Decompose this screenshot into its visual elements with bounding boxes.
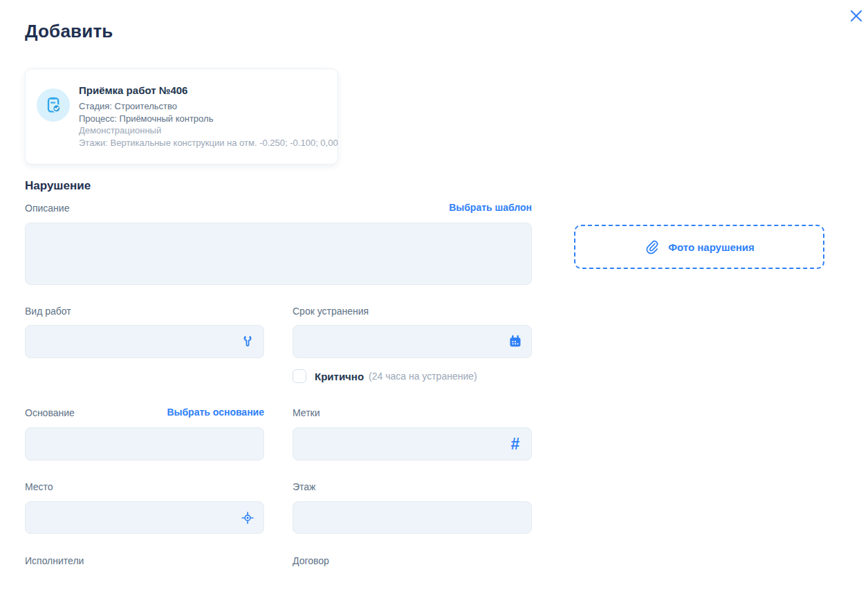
description-label: Описание [25,203,69,214]
work-card-process: Процесс: Приёмочный контроль [79,113,331,125]
floor-input[interactable] [293,501,532,534]
contract-label: Договор [293,555,329,566]
work-type-label: Вид работ [25,306,71,317]
crosshair-icon[interactable] [239,510,256,526]
deadline-label: Срок устранения [293,306,369,317]
choose-basis-link[interactable]: Выбрать основание [167,407,264,418]
wrench-icon[interactable] [239,333,256,350]
page-title: Добавить [25,21,113,42]
critical-checkbox[interactable] [293,369,306,383]
dialog-footer: Добавить ещё одно нарушение Отменить Сох… [0,575,868,614]
critical-label: Критично [315,371,364,382]
deadline-input[interactable] [293,325,532,358]
paperclip-icon [644,239,659,254]
add-violation-dialog: Добавить Приёмка работ №406 Стадия: Стро… [0,0,868,614]
work-card-body: Приёмка работ №406 Стадия: Строительство… [79,84,331,149]
choose-template-link[interactable]: Выбрать шаблон [449,202,532,213]
critical-row: Критично (24 часа на устранение) [293,369,477,384]
place-label: Место [25,481,53,492]
hash-icon[interactable]: # [507,436,524,452]
add-violation-photo-button[interactable]: Фото нарушения [574,225,824,269]
description-textarea[interactable] [25,223,532,285]
work-acceptance-card: Приёмка работ №406 Стадия: Строительство… [25,68,338,165]
basis-label: Основание [25,407,75,418]
work-card-stage: Стадия: Строительство [79,100,331,113]
work-card-floors: Этажи: Вертикальные конструкции на отм. … [79,137,331,149]
place-input[interactable] [25,501,264,534]
basis-input[interactable] [25,427,264,461]
critical-hint: (24 часа на устранение) [369,371,477,382]
tags-label: Метки [293,407,320,418]
work-card-project: Демонстрационный [79,124,331,137]
floor-label: Этаж [293,481,315,492]
work-type-input[interactable] [25,325,264,358]
photo-button-label: Фото нарушения [668,241,755,253]
violation-section-title: Нарушение [25,179,91,193]
close-icon[interactable] [845,5,867,27]
tags-input[interactable] [293,427,532,461]
work-card-title: Приёмка работ №406 [79,84,331,96]
executors-label: Исполнители [25,555,84,566]
calendar-icon[interactable] [507,333,524,350]
clipboard-check-icon [37,89,70,122]
